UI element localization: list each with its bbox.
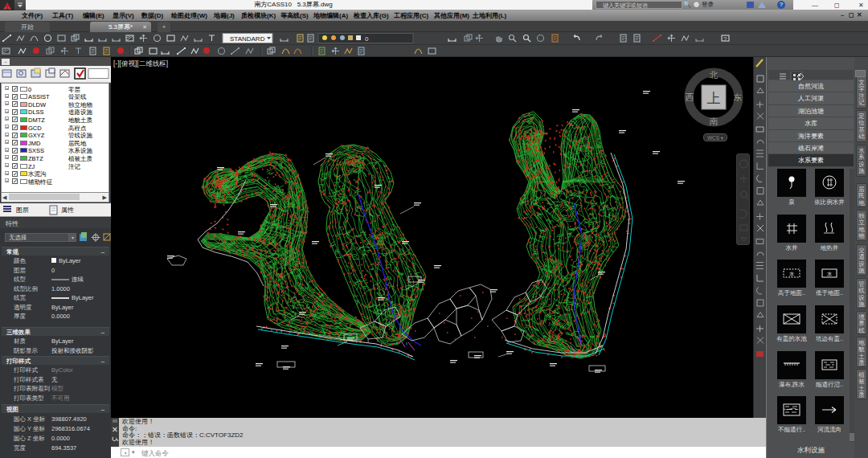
svg-text:水: 水 — [789, 272, 794, 276]
svg-text:东: 东 — [734, 92, 743, 102]
svg-text:?: ? — [723, 35, 727, 43]
svg-text:南: 南 — [710, 117, 719, 126]
svg-text:STANDARD: STANDARD — [230, 35, 265, 43]
svg-text:西: 西 — [686, 92, 694, 102]
svg-text:上: 上 — [707, 91, 721, 106]
svg-text:北: 北 — [709, 70, 719, 80]
svg-text:水: 水 — [827, 272, 832, 276]
svg-text:0: 0 — [365, 35, 369, 43]
